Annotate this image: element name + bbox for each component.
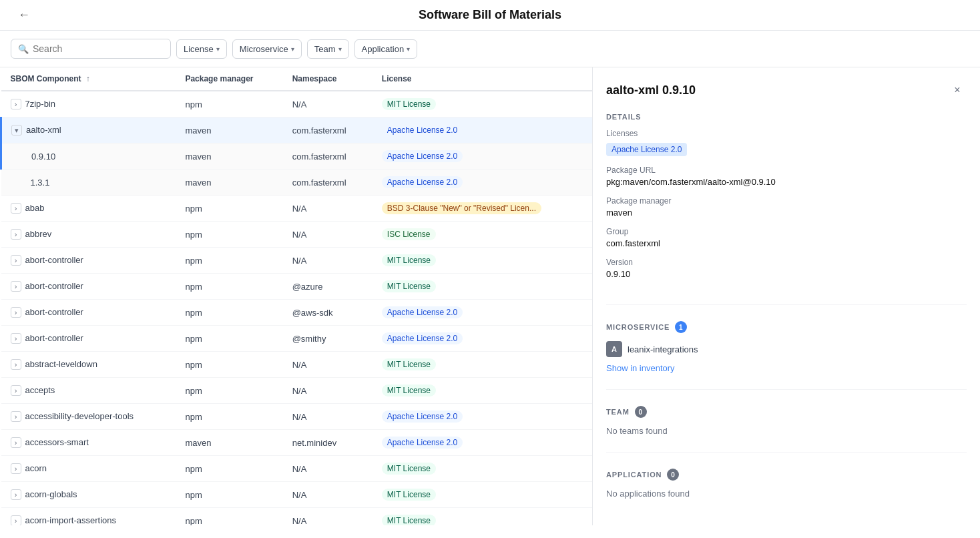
table-row[interactable]: ›abort-controllernpm@aws-sdkApache Licen… xyxy=(1,300,593,326)
application-section-title: APPLICATION 0 xyxy=(606,469,967,481)
column-header-component[interactable]: SBOM Component ↑ xyxy=(1,67,176,91)
expand-button[interactable]: › xyxy=(11,307,21,318)
table-row[interactable]: ›ababnpmN/ABSD 3-Clause "New" or "Revise… xyxy=(1,196,593,222)
expand-button[interactable]: › xyxy=(11,281,21,292)
table-row[interactable]: ›acceptsnpmN/AMIT License xyxy=(1,378,593,404)
table-row[interactable]: ›abort-controllernpmN/AMIT License xyxy=(1,248,593,274)
component-cell: ›acorn-globals xyxy=(1,482,176,508)
show-inventory-link[interactable]: Show in inventory xyxy=(606,363,675,373)
namespace-cell: @aws-sdk xyxy=(283,300,373,326)
application-count-badge: 0 xyxy=(667,469,679,481)
license-cell: BSD 3-Clause "New" or "Revised" Licen... xyxy=(373,196,592,222)
expand-button[interactable]: › xyxy=(11,515,21,525)
component-name: 7zip-bin xyxy=(25,99,56,109)
component-cell: ›abort-controller xyxy=(1,248,176,274)
license-badge: MIT License xyxy=(382,515,436,525)
table-row[interactable]: ›acorn-globalsnpmN/AMIT License xyxy=(1,482,593,508)
namespace-cell: N/A xyxy=(283,508,373,526)
namespace-cell: com.fasterxml xyxy=(283,144,373,170)
sbom-table: SBOM Component ↑ Package manager Namespa… xyxy=(0,67,592,525)
table-row[interactable]: ›abbrevnpmN/AISC License xyxy=(1,222,593,248)
main-layout: SBOM Component ↑ Package manager Namespa… xyxy=(0,67,980,525)
table-row[interactable]: ›abort-controllernpm@azureMIT License xyxy=(1,274,593,300)
detail-panel: aalto-xml 0.9.10 × DETAILS Licenses Apac… xyxy=(593,67,980,525)
application-filter-button[interactable]: Application ▾ xyxy=(354,39,418,59)
team-count-badge: 0 xyxy=(635,406,647,418)
page-header: ← Software Bill of Materials xyxy=(0,0,980,31)
namespace-cell: N/A xyxy=(283,404,373,430)
namespace-cell: N/A xyxy=(283,456,373,482)
table-row[interactable]: ›acornnpmN/AMIT License xyxy=(1,456,593,482)
back-button[interactable]: ← xyxy=(13,5,35,26)
license-cell: Apache License 2.0 xyxy=(373,117,592,144)
namespace-cell: N/A xyxy=(283,482,373,508)
component-name: abort-controller xyxy=(25,281,83,291)
search-icon: 🔍 xyxy=(18,44,29,54)
table-panel: SBOM Component ↑ Package manager Namespa… xyxy=(0,67,593,525)
close-button[interactable]: × xyxy=(948,81,967,99)
component-name: abort-controller xyxy=(25,333,83,343)
package-manager-cell: npm xyxy=(176,326,282,352)
license-cell: MIT License xyxy=(373,248,592,274)
expand-button[interactable]: › xyxy=(11,203,21,214)
expand-button[interactable]: › xyxy=(11,229,21,240)
expand-button[interactable]: › xyxy=(11,255,21,266)
expand-button[interactable]: › xyxy=(11,333,21,344)
table-row[interactable]: ›7zip-binnpmN/AMIT License xyxy=(1,91,593,117)
microservice-count-badge: 1 xyxy=(675,321,687,333)
table-row[interactable]: 1.3.1mavencom.fasterxmlApache License 2.… xyxy=(1,170,593,196)
microservice-filter-button[interactable]: Microservice ▾ xyxy=(232,39,302,59)
table-row[interactable]: ›abstract-leveldownnpmN/AMIT License xyxy=(1,352,593,378)
namespace-cell: @azure xyxy=(283,274,373,300)
details-section-title: DETAILS xyxy=(606,113,967,121)
license-cell: MIT License xyxy=(373,352,592,378)
component-name: abbrev xyxy=(25,229,52,239)
search-input[interactable] xyxy=(33,43,164,54)
microservice-section-title: MICROSERVICE 1 xyxy=(606,321,967,333)
expand-button[interactable]: › xyxy=(11,411,21,422)
namespace-cell: N/A xyxy=(283,196,373,222)
package-manager-cell: maven xyxy=(176,117,282,144)
component-name: abab xyxy=(25,203,45,213)
details-section: DETAILS Licenses Apache License 2.0 Pack… xyxy=(606,113,967,305)
component-cell: ▾aalto-xml xyxy=(1,117,176,144)
license-tag: Apache License 2.0 xyxy=(606,143,687,156)
expand-button[interactable]: › xyxy=(11,99,21,109)
expand-button[interactable]: › xyxy=(11,359,21,370)
sort-asc-icon: ↑ xyxy=(86,74,90,83)
package-manager-cell: maven xyxy=(176,170,282,196)
component-cell: ›accessibility-developer-tools xyxy=(1,404,176,430)
license-cell: Apache License 2.0 xyxy=(373,404,592,430)
license-badge: MIT License xyxy=(382,384,436,396)
component-cell: ›abort-controller xyxy=(1,326,176,352)
expand-button[interactable]: › xyxy=(11,385,21,396)
table-row[interactable]: 0.9.10mavencom.fasterxmlApache License 2… xyxy=(1,144,593,170)
license-cell: Apache License 2.0 xyxy=(373,300,592,326)
app-container: ← Software Bill of Materials 🔍 License ▾… xyxy=(0,0,980,525)
license-cell: Apache License 2.0 xyxy=(373,430,592,456)
search-wrapper: 🔍 xyxy=(11,39,171,59)
microservice-avatar: A xyxy=(606,341,622,357)
table-row[interactable]: ›acorn-import-assertionsnpmN/AMIT Licens… xyxy=(1,508,593,526)
expand-button[interactable]: › xyxy=(11,437,21,448)
table-row[interactable]: ›accessors-smartmavennet.minidevApache L… xyxy=(1,430,593,456)
license-cell: MIT License xyxy=(373,91,592,117)
expand-button[interactable]: › xyxy=(11,489,21,500)
expand-button[interactable]: ▾ xyxy=(11,125,22,136)
component-cell: ›abab xyxy=(1,196,176,222)
expand-button[interactable]: › xyxy=(11,463,21,474)
package-manager-cell: npm xyxy=(176,482,282,508)
component-cell: 0.9.10 xyxy=(1,144,176,170)
table-row[interactable]: ›accessibility-developer-toolsnpmN/AApac… xyxy=(1,404,593,430)
team-filter-button[interactable]: Team ▾ xyxy=(307,39,349,59)
table-row[interactable]: ▾aalto-xmlmavencom.fasterxmlApache Licen… xyxy=(1,117,593,144)
license-cell: MIT License xyxy=(373,482,592,508)
license-badge: MIT License xyxy=(382,98,436,110)
component-name: acorn-import-assertions xyxy=(25,515,117,525)
table-row[interactable]: ›abort-controllernpm@smithyApache Licens… xyxy=(1,326,593,352)
license-filter-button[interactable]: License ▾ xyxy=(176,39,227,59)
component-cell: ›accepts xyxy=(1,378,176,404)
chevron-down-icon: ▾ xyxy=(291,45,294,53)
component-cell: ›acorn xyxy=(1,456,176,482)
chevron-down-icon: ▾ xyxy=(216,45,220,53)
